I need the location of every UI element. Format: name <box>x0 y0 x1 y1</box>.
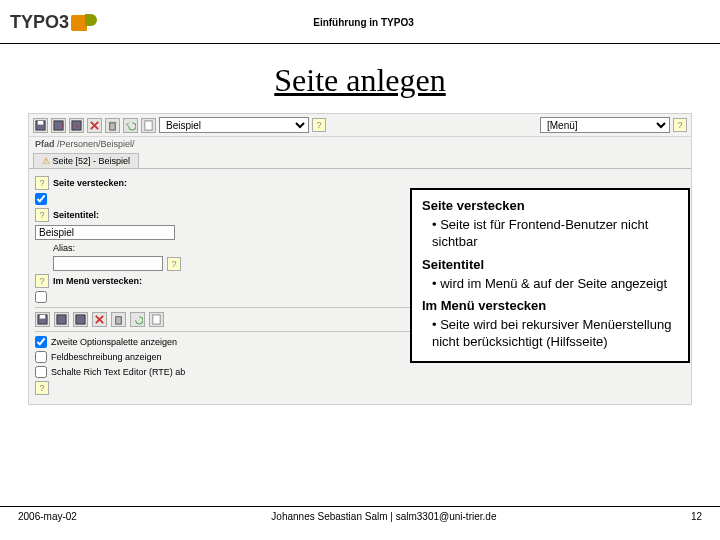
footer-author: Johannes Sebastian Salm | salm3301@uni-t… <box>271 511 496 522</box>
help-hide-icon[interactable]: ? <box>35 176 49 190</box>
callout-h3: Im Menü verstecken <box>422 298 678 315</box>
footer-pageno: 12 <box>691 511 702 522</box>
delete-icon[interactable] <box>105 118 120 133</box>
callout-p1: • Seite ist für Frontend-Benutzer nicht … <box>432 217 678 251</box>
callout-h2: Seitentitel <box>422 257 678 274</box>
svg-rect-2 <box>54 120 63 129</box>
undo-icon[interactable] <box>123 118 138 133</box>
callout-p3: • Seite wird bei rekursiver Menüerstellu… <box>432 317 678 351</box>
toolbar-top: x Beispiel ? [Menü] ? <box>29 114 691 137</box>
help-hidemenu-icon[interactable]: ? <box>35 274 49 288</box>
opt-fielddesc-label: Feldbeschreibung anzeigen <box>51 352 162 362</box>
opt-palette-label: Zweite Optionspalette anzeigen <box>51 337 177 347</box>
opt-rte-label: Schalte Rich Text Editor (RTE) ab <box>51 367 185 377</box>
opt-palette-checkbox[interactable] <box>35 336 47 348</box>
svg-rect-8 <box>109 121 116 123</box>
type-select[interactable]: Beispiel <box>159 117 309 133</box>
hidemenu-checkbox[interactable] <box>35 291 47 303</box>
svg-rect-1 <box>38 120 44 124</box>
help-alias-icon[interactable]: ? <box>167 257 181 271</box>
help-menu-icon[interactable]: ? <box>673 118 687 132</box>
page-icon[interactable] <box>149 312 164 327</box>
opt-fielddesc-checkbox[interactable] <box>35 351 47 363</box>
help-title-icon[interactable]: ? <box>35 208 49 222</box>
slide-footer: 2006-may-02 Johannes Sebastian Salm | sa… <box>0 506 720 522</box>
svg-rect-7 <box>110 122 116 129</box>
path-value: /Personen/Beispiel/ <box>57 139 135 149</box>
footer-date: 2006-may-02 <box>18 511 77 522</box>
save-view-icon[interactable] <box>54 312 69 327</box>
warning-icon: ⚠ <box>42 156 50 166</box>
save-view-icon[interactable] <box>51 118 66 133</box>
hidemenu-label: Im Menü verstecken: <box>53 276 142 286</box>
help-icon[interactable]: ? <box>312 118 326 132</box>
slide-header: TYPO3 Einführung in TYPO3 <box>0 0 720 44</box>
pagetitle-input[interactable] <box>35 225 175 240</box>
tab-row: ⚠ Seite [52] - Beispiel <box>29 151 691 169</box>
svg-rect-17 <box>153 315 160 324</box>
save-icon[interactable] <box>35 312 50 327</box>
save-close-icon[interactable] <box>73 312 88 327</box>
logo-mark-olive <box>85 14 97 26</box>
delete-icon[interactable] <box>111 312 126 327</box>
explanation-callout: Seite verstecken • Seite ist für Fronten… <box>410 188 690 363</box>
svg-rect-13 <box>76 315 85 324</box>
hide-checkbox[interactable] <box>35 193 47 205</box>
header-title: Einführung in TYPO3 <box>97 17 630 28</box>
tab-page[interactable]: ⚠ Seite [52] - Beispiel <box>33 153 139 168</box>
svg-rect-16 <box>116 317 122 324</box>
slide-title: Seite anlegen <box>0 62 720 99</box>
undo-icon[interactable] <box>130 312 145 327</box>
save-icon[interactable] <box>33 118 48 133</box>
logo-text: TYPO3 <box>10 12 69 33</box>
typo3-logo: TYPO3 <box>10 12 97 33</box>
callout-h1: Seite verstecken <box>422 198 678 215</box>
tab-label: Seite [52] - Beispiel <box>53 156 131 166</box>
opt-rte-checkbox[interactable] <box>35 366 47 378</box>
svg-rect-9 <box>145 120 152 129</box>
alias-label: Alias: <box>53 243 75 253</box>
page-icon[interactable] <box>141 118 156 133</box>
pagetitle-label: Seitentitel: <box>53 210 99 220</box>
hide-label: Seite verstecken: <box>53 178 127 188</box>
help-bottom-icon[interactable]: ? <box>35 381 49 395</box>
close-icon[interactable] <box>92 312 107 327</box>
path-label: Pfad <box>35 139 55 149</box>
breadcrumb: Pfad /Personen/Beispiel/ <box>29 137 691 151</box>
save-close-icon[interactable]: x <box>69 118 84 133</box>
menu-select[interactable]: [Menü] <box>540 117 670 133</box>
alias-input[interactable] <box>53 256 163 271</box>
svg-rect-12 <box>57 315 66 324</box>
callout-p2: • wird im Menü & auf der Seite angezeigt <box>432 276 678 293</box>
svg-rect-11 <box>40 315 46 319</box>
close-icon[interactable] <box>87 118 102 133</box>
